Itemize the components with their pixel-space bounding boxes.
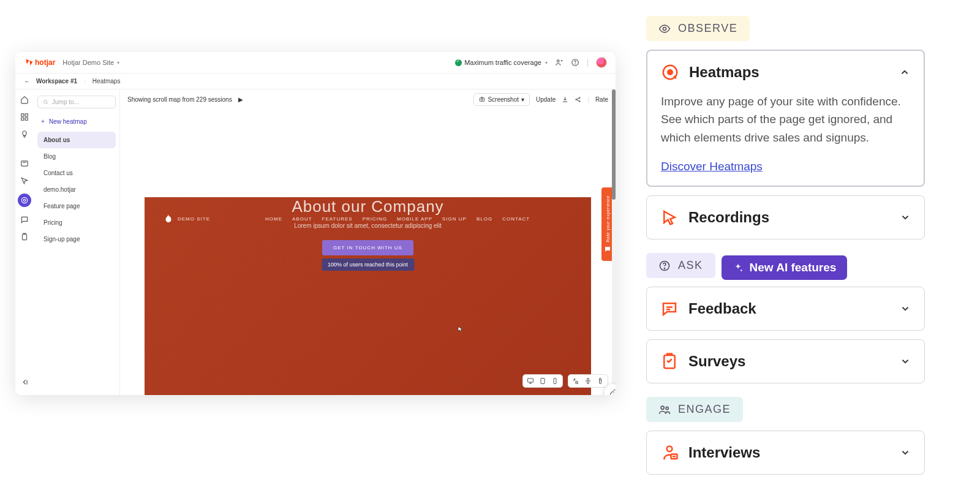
- section-tag-ask: ASK: [646, 253, 715, 278]
- observe-label: OBSERVE: [678, 22, 737, 35]
- mobile-icon[interactable]: [551, 377, 559, 385]
- svg-rect-4: [25, 114, 28, 116]
- search-placeholder: Jump to...: [52, 99, 79, 105]
- play-icon[interactable]: ▶: [238, 96, 243, 103]
- card-heatmaps[interactable]: Heatmaps Improve any page of your site w…: [646, 50, 925, 187]
- back-arrow-icon[interactable]: ←: [24, 78, 30, 85]
- breadcrumb-workspace[interactable]: Workspace #1: [36, 78, 77, 85]
- device-tools: [522, 374, 608, 388]
- feature-panel: OBSERVE Heatmaps Improve any page of you…: [646, 11, 925, 483]
- new-ai-label: New AI features: [750, 261, 837, 274]
- scroll-icon[interactable]: [597, 377, 604, 385]
- collapse-icon[interactable]: [20, 378, 29, 386]
- share-icon[interactable]: [575, 96, 581, 103]
- coverage-text: Maximum traffic coverage: [464, 59, 541, 66]
- svg-rect-10: [23, 234, 27, 239]
- grid-icon[interactable]: [20, 113, 29, 121]
- heatmaps-title: Heatmaps: [689, 64, 760, 81]
- heatmaps-link[interactable]: Discover Heatmaps: [661, 160, 763, 173]
- click-icon[interactable]: [572, 377, 579, 385]
- preview-nav-item: CONTACT: [502, 216, 530, 222]
- chevron-down-icon[interactable]: [900, 303, 911, 314]
- update-button[interactable]: Update: [536, 96, 556, 103]
- bulb-icon[interactable]: [20, 130, 29, 138]
- svg-point-0: [557, 60, 559, 62]
- breadcrumb-page: Heatmaps: [92, 78, 121, 85]
- search-input[interactable]: Jump to...: [37, 96, 116, 108]
- chat-icon[interactable]: [20, 216, 29, 224]
- list-item[interactable]: Contact us: [37, 165, 116, 181]
- list-item[interactable]: Feature page: [37, 198, 116, 214]
- card-icon[interactable]: [20, 159, 29, 168]
- card-feedback[interactable]: Feedback: [646, 287, 925, 331]
- heatmaps-body: Improve any page of your site with confi…: [661, 92, 910, 146]
- heatmap-icon: [661, 63, 679, 81]
- list-item[interactable]: Pricing: [37, 214, 116, 231]
- new-ai-badge[interactable]: New AI features: [722, 255, 848, 280]
- scrollbar[interactable]: [612, 89, 616, 395]
- new-heatmap-button[interactable]: ＋ New heatmap: [40, 117, 113, 126]
- coverage-status[interactable]: Maximum traffic coverage ▾: [455, 59, 548, 66]
- svg-rect-6: [25, 118, 28, 120]
- feedback-icon: [660, 299, 679, 318]
- sparkle-icon: [733, 262, 744, 273]
- list-item[interactable]: About us: [37, 132, 116, 148]
- divider: |: [587, 58, 589, 67]
- svg-rect-20: [600, 379, 601, 384]
- card-surveys[interactable]: Surveys: [646, 339, 925, 383]
- site-dropdown[interactable]: Hotjar Demo Site ▾: [62, 59, 119, 66]
- chevron-down-icon[interactable]: [900, 356, 911, 367]
- people-icon: [658, 404, 671, 416]
- plus-icon: ＋: [40, 117, 46, 126]
- avatar[interactable]: [596, 57, 607, 68]
- chevron-down-icon: ▾: [521, 96, 524, 103]
- card-recordings[interactable]: Recordings: [646, 195, 925, 239]
- svg-rect-12: [480, 98, 485, 101]
- preview-nav-item: PRICING: [363, 216, 387, 222]
- chat-icon: [604, 246, 611, 253]
- feedback-title: Feedback: [688, 300, 756, 317]
- new-heatmap-label: New heatmap: [49, 118, 87, 125]
- help-icon[interactable]: [571, 58, 579, 67]
- chevron-down-icon[interactable]: [900, 212, 911, 223]
- add-user-icon[interactable]: [555, 58, 564, 67]
- download-icon[interactable]: [562, 96, 568, 103]
- list-item[interactable]: Sign-up page: [37, 231, 116, 247]
- preview-nav-item: SIGN UP: [442, 216, 467, 222]
- surveys-icon: [660, 352, 679, 371]
- svg-point-21: [663, 27, 666, 30]
- chevron-down-icon: ▾: [545, 60, 548, 66]
- svg-point-16: [579, 100, 581, 102]
- clipboard-icon[interactable]: [20, 233, 29, 241]
- toolbar-info: Showing scroll map from 229 sessions: [127, 96, 232, 103]
- move-icon[interactable]: [584, 377, 592, 385]
- flame-icon: [163, 213, 174, 224]
- eye-icon: [658, 23, 671, 35]
- screenshot-button[interactable]: Screenshot ▾: [473, 93, 530, 106]
- rate-button[interactable]: Rate: [595, 96, 608, 103]
- device-group: [522, 374, 563, 388]
- preview-nav: DEMO SITE HOMEABOUTFEATURESPRICINGMOBILE…: [145, 213, 591, 224]
- svg-point-23: [667, 69, 673, 75]
- pointer-icon[interactable]: [20, 176, 29, 185]
- list-item[interactable]: Blog: [37, 148, 116, 165]
- chevron-up-icon[interactable]: [899, 67, 910, 78]
- svg-point-15: [579, 97, 581, 98]
- section-tag-engage: ENGAGE: [646, 397, 743, 422]
- svg-rect-7: [21, 161, 28, 166]
- svg-point-14: [576, 99, 577, 100]
- svg-point-9: [23, 199, 26, 202]
- tablet-icon[interactable]: [539, 377, 546, 385]
- card-interviews[interactable]: Interviews: [646, 431, 925, 475]
- recordings-icon: [660, 208, 679, 227]
- list-item[interactable]: demo.hotjar: [37, 181, 116, 198]
- svg-point-8: [21, 197, 27, 203]
- home-icon[interactable]: [20, 96, 29, 104]
- heatmap-toolbar: Showing scroll map from 229 sessions ▶ S…: [120, 89, 616, 109]
- question-icon: [658, 260, 671, 272]
- desktop-icon[interactable]: [527, 377, 534, 385]
- svg-point-28: [666, 407, 668, 409]
- chevron-down-icon[interactable]: [900, 447, 911, 458]
- chevron-down-icon: ▾: [117, 60, 119, 66]
- nav-active[interactable]: [18, 194, 31, 207]
